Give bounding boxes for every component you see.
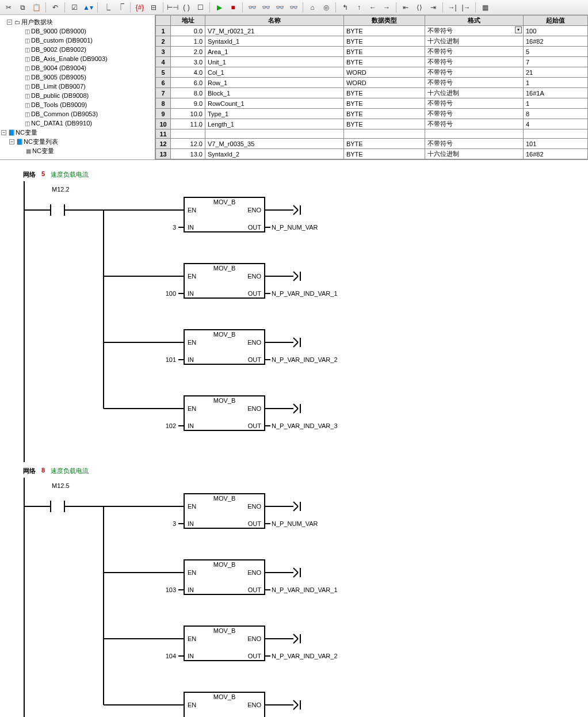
cell-addr[interactable]: 13.0 xyxy=(171,149,205,159)
tree-item-db[interactable]: ◫DB_9005 (DB9005) xyxy=(1,73,154,82)
table-row[interactable]: 66.0Row_1WORD不带符号1 xyxy=(156,78,588,88)
tree-item-db[interactable]: ◫DB_9002 (DB9002) xyxy=(1,45,154,54)
branch-down-icon[interactable]: ⎾ xyxy=(114,2,127,13)
cell-init[interactable]: 4 xyxy=(523,119,587,129)
home-icon[interactable]: ⌂ xyxy=(306,2,319,13)
row-num[interactable]: 10 xyxy=(156,119,171,129)
cell-init[interactable]: 21 xyxy=(523,67,587,78)
cell-type[interactable]: BYTE xyxy=(343,57,425,67)
cell-init[interactable]: 16#1A xyxy=(523,88,587,98)
tree-item-db[interactable]: ◫DB_Axis_Enable (DB9003) xyxy=(1,54,154,63)
table-row[interactable]: 21.0SyntaxId_1BYTE十六位进制16#82 xyxy=(156,36,588,47)
jump-in-icon[interactable]: ⇤ xyxy=(399,2,412,13)
row-num[interactable]: 4 xyxy=(156,57,171,67)
table-row[interactable]: 1011.0Length_1BYTE不带符号4 xyxy=(156,119,588,129)
tree-item-db[interactable]: ◫DB_Limit (DB9007) xyxy=(1,82,154,91)
if-icon[interactable]: ⊟ xyxy=(147,2,160,13)
cell-init[interactable]: 101 xyxy=(523,139,587,149)
grid-icon[interactable]: ▦ xyxy=(479,2,491,13)
table-row[interactable]: 1212.0V7_M_r0035_35BYTE不带符号101 xyxy=(156,139,588,149)
cell-addr[interactable] xyxy=(171,129,205,139)
nav-left2-icon[interactable]: ← xyxy=(366,2,379,13)
cell-init[interactable]: 16#82 xyxy=(523,149,587,159)
row-num[interactable]: 1 xyxy=(156,26,171,36)
cell-init[interactable]: 7 xyxy=(523,57,587,67)
cell-name[interactable]: Row_1 xyxy=(205,78,344,88)
table-row[interactable]: 910.0Type_1BYTE不带符号8 xyxy=(156,109,588,119)
nav-up-icon[interactable]: ↑ xyxy=(353,2,365,13)
cell-type[interactable]: BYTE xyxy=(343,149,425,159)
tree-folder-userdb[interactable]: − 🗀 用户数据块 xyxy=(1,17,154,26)
dropdown-icon[interactable]: ▾ xyxy=(515,26,522,33)
cell-format[interactable]: 不带符号 xyxy=(425,67,524,78)
check-icon[interactable]: ☑ xyxy=(68,2,81,13)
stop-icon[interactable]: ■ xyxy=(227,2,239,13)
cell-addr[interactable]: 4.0 xyxy=(171,67,205,78)
cell-addr[interactable]: 10.0 xyxy=(171,109,205,119)
row-num[interactable]: 12 xyxy=(156,139,171,149)
cell-type[interactable]: BYTE xyxy=(343,119,425,129)
tree-item-ncvar[interactable]: ▦ NC变量 xyxy=(1,146,154,155)
cell-type[interactable]: WORD xyxy=(343,67,425,78)
branch-up-icon[interactable]: ⎿ xyxy=(101,2,113,13)
cell-addr[interactable]: 8.0 xyxy=(171,88,205,98)
col-init[interactable]: 起始值 xyxy=(523,16,587,26)
cell-format[interactable]: 不带符号 xyxy=(425,47,524,57)
cell-name[interactable] xyxy=(205,129,344,139)
jump-out-icon[interactable]: ⟨⟩ xyxy=(413,2,426,13)
cell-addr[interactable]: 0.0 xyxy=(171,26,205,36)
monitor3-icon[interactable]: 👓 xyxy=(273,2,286,13)
col-addr[interactable]: 地址 xyxy=(171,16,205,26)
cell-name[interactable]: Area_1 xyxy=(205,47,344,57)
cell-type[interactable]: WORD xyxy=(343,78,425,88)
cell-init[interactable] xyxy=(523,129,587,139)
dropdown-icon[interactable]: ▲▾ xyxy=(82,2,94,13)
cell-name[interactable]: RowCount_1 xyxy=(205,98,344,109)
cut-icon[interactable]: ✂ xyxy=(2,2,15,13)
tree-item-db[interactable]: ◫DB_9000 (DB9000) xyxy=(1,26,154,36)
cell-name[interactable]: Block_1 xyxy=(205,88,344,98)
cell-name[interactable]: Length_1 xyxy=(205,119,344,129)
goto-icon[interactable]: →| xyxy=(446,2,459,13)
cell-name[interactable]: V7_M_r0021_21 xyxy=(205,26,344,36)
cell-format[interactable]: 十六位进制 xyxy=(425,149,524,159)
cell-type[interactable]: BYTE xyxy=(343,139,425,149)
cell-name[interactable]: V7_M_r0035_35 xyxy=(205,139,344,149)
cell-name[interactable]: SyntaxId_2 xyxy=(205,149,344,159)
tree-item-db[interactable]: ◫DB_9004 (DB9004) xyxy=(1,63,154,73)
cell-addr[interactable]: 2.0 xyxy=(171,47,205,57)
table-row[interactable]: 10.0V7_M_r0021_21BYTE不带符号▾100 xyxy=(156,26,588,36)
tree-item-db[interactable]: ◫NC_DATA1 (DB9910) xyxy=(1,119,154,128)
cell-name[interactable]: SyntaxId_1 xyxy=(205,36,344,47)
cell-init[interactable]: 100 xyxy=(523,26,587,36)
coil-icon[interactable]: ( ) xyxy=(180,2,193,13)
table-row[interactable]: 89.0RowCount_1BYTE不带符号1 xyxy=(156,98,588,109)
row-num[interactable]: 11 xyxy=(156,129,171,139)
row-num[interactable]: 5 xyxy=(156,67,171,78)
tree-item-db[interactable]: ◫DB_Tools (DB9009) xyxy=(1,100,154,109)
tree-item-db[interactable]: ◫DB_public (DB9008) xyxy=(1,91,154,100)
row-num[interactable]: 3 xyxy=(156,47,171,57)
tree-item-db[interactable]: ◫DB_custom (DB9001) xyxy=(1,36,154,45)
table-row[interactable]: 32.0Area_1BYTE不带符号5 xyxy=(156,47,588,57)
table-row[interactable]: 78.0Block_1BYTE十六位进制16#1A xyxy=(156,88,588,98)
cell-format[interactable]: 不带符号 xyxy=(425,109,524,119)
copy-icon[interactable]: ⧉ xyxy=(16,2,29,13)
cell-addr[interactable]: 9.0 xyxy=(171,98,205,109)
cell-type[interactable] xyxy=(343,129,425,139)
row-num[interactable]: 9 xyxy=(156,109,171,119)
cell-init[interactable]: 1 xyxy=(523,98,587,109)
cell-format[interactable]: 十六位进制 xyxy=(425,36,524,47)
cell-init[interactable]: 16#82 xyxy=(523,36,587,47)
cell-init[interactable]: 5 xyxy=(523,47,587,57)
row-num[interactable]: 2 xyxy=(156,36,171,47)
row-num[interactable]: 8 xyxy=(156,98,171,109)
box-icon[interactable]: ☐ xyxy=(194,2,207,13)
cell-type[interactable]: BYTE xyxy=(343,88,425,98)
cell-init[interactable]: 8 xyxy=(523,109,587,119)
row-num[interactable]: 13 xyxy=(156,149,171,159)
table-row[interactable]: 54.0Col_1WORD不带符号21 xyxy=(156,67,588,78)
cell-format[interactable]: 不带符号 xyxy=(425,57,524,67)
table-row[interactable]: 11 xyxy=(156,129,588,139)
cell-format[interactable]: 不带符号 xyxy=(425,78,524,88)
